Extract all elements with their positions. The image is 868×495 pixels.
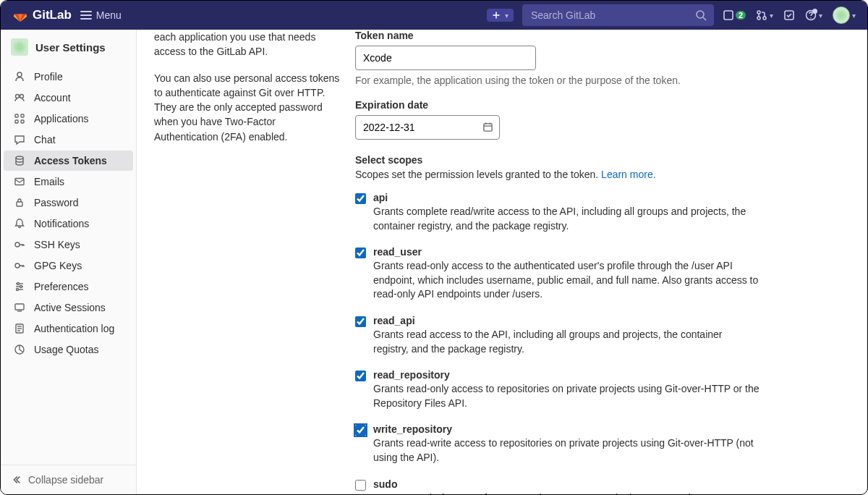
- password-icon: [14, 197, 25, 208]
- collapse-icon: [11, 475, 21, 485]
- sidebar-item-preferences[interactable]: Preferences: [4, 276, 133, 297]
- sidebar-item-ssh-keys[interactable]: SSH Keys: [4, 234, 133, 255]
- sidebar-item-label: Chat: [34, 134, 56, 145]
- account-icon: [14, 92, 25, 103]
- topbar-icons: 2 ▾ ▾ ▾: [723, 7, 856, 24]
- sidebar-header: User Settings: [1, 30, 136, 64]
- token-name-input[interactable]: [355, 46, 536, 70]
- svg-point-5: [763, 17, 766, 20]
- scope-checkbox-sudo[interactable]: [355, 480, 366, 491]
- gpgkeys-icon: [14, 260, 25, 271]
- expiration-input[interactable]: [355, 115, 500, 140]
- issues-icon: [723, 9, 734, 21]
- sidebar-item-profile[interactable]: Profile: [4, 67, 133, 87]
- sidebar-items: ProfileAccountApplicationsChatAccess Tok…: [1, 64, 136, 465]
- new-button[interactable]: ▾: [487, 9, 514, 22]
- svg-point-11: [20, 95, 24, 98]
- svg-rect-34: [484, 124, 492, 131]
- collapse-label: Collapse sidebar: [28, 474, 103, 486]
- applications-icon: [14, 113, 25, 124]
- brand-logo[interactable]: GitLab: [12, 7, 72, 23]
- chevron-down-icon: ▾: [819, 12, 822, 20]
- intro-paragraph: You can also use personal access tokens …: [154, 71, 341, 144]
- learn-more-link[interactable]: Learn more.: [601, 169, 655, 180]
- svg-point-19: [15, 242, 20, 247]
- user-menu[interactable]: ▾: [833, 7, 856, 24]
- search-input[interactable]: [522, 4, 714, 26]
- sshkeys-icon: [14, 239, 25, 250]
- avatar: [833, 7, 850, 24]
- scope-checkbox-write_repository[interactable]: [355, 425, 366, 436]
- quotas-icon: [14, 344, 25, 355]
- chat-icon: [14, 134, 25, 145]
- scopes-hint: Scopes set the permission levels granted…: [355, 169, 760, 180]
- chevron-down-icon: ▾: [852, 12, 856, 20]
- topbar: GitLab Menu ▾ 2 ▾ ▾ ▾: [1, 1, 867, 30]
- svg-point-9: [17, 72, 22, 77]
- merge-icon: [756, 9, 767, 21]
- sidebar-item-active-sessions[interactable]: Active Sessions: [4, 297, 133, 318]
- menu-button[interactable]: Menu: [80, 9, 122, 21]
- scope-desc: Grants permission to perform API actions…: [373, 492, 705, 494]
- merge-requests-button[interactable]: ▾: [756, 9, 773, 21]
- collapse-sidebar-button[interactable]: Collapse sidebar: [1, 465, 136, 494]
- todos-button[interactable]: [783, 9, 795, 21]
- preferences-icon: [14, 281, 25, 292]
- scopes-heading: Select scopes: [355, 154, 760, 166]
- sidebar-item-account[interactable]: Account: [4, 88, 133, 108]
- authlog-icon: [14, 323, 25, 334]
- sidebar-item-authentication-log[interactable]: Authentication log: [4, 318, 133, 339]
- issues-button[interactable]: 2: [723, 9, 746, 21]
- scope-checkbox-api[interactable]: [355, 193, 366, 204]
- search-icon: [695, 9, 707, 21]
- avatar: [11, 38, 28, 56]
- sidebar-item-notifications[interactable]: Notifications: [4, 213, 133, 234]
- gitlab-icon: [12, 7, 28, 23]
- hamburger-icon: [80, 11, 92, 20]
- sidebar-item-gpg-keys[interactable]: GPG Keys: [4, 255, 133, 276]
- calendar-icon[interactable]: [482, 122, 493, 132]
- sidebar-item-label: Access Tokens: [34, 155, 107, 166]
- svg-point-10: [16, 95, 20, 98]
- scope-desc: Grants read access to the API, including…: [373, 329, 723, 355]
- help-button[interactable]: ▾: [805, 9, 822, 21]
- svg-rect-27: [15, 304, 24, 310]
- sidebar-item-chat[interactable]: Chat: [4, 130, 133, 150]
- svg-point-20: [15, 263, 20, 268]
- chevron-down-icon: ▾: [770, 12, 773, 20]
- form-column: Token name For example, the application …: [355, 30, 760, 494]
- sidebar-item-label: Preferences: [34, 281, 88, 292]
- scope-desc: Grants read-only access to repositories …: [373, 383, 760, 409]
- scope-row-sudo: sudoGrants permission to perform API act…: [355, 478, 760, 494]
- scope-desc: Grants read-write access to repositories…: [373, 437, 754, 463]
- scope-checkbox-read_api[interactable]: [355, 316, 366, 327]
- svg-rect-13: [21, 114, 24, 117]
- svg-line-1: [703, 17, 706, 20]
- svg-point-3: [757, 11, 760, 14]
- scope-checkbox-read_user[interactable]: [355, 248, 366, 258]
- sidebar-item-label: Applications: [34, 113, 89, 124]
- sidebar-item-usage-quotas[interactable]: Usage Quotas: [4, 339, 133, 360]
- todos-icon: [783, 9, 795, 21]
- sidebar-title: User Settings: [35, 41, 106, 54]
- sidebar: User Settings ProfileAccountApplications…: [1, 30, 137, 494]
- sidebar-item-emails[interactable]: Emails: [4, 172, 133, 192]
- sidebar-item-access-tokens[interactable]: Access Tokens: [4, 151, 133, 171]
- sidebar-item-label: Active Sessions: [34, 302, 106, 313]
- svg-point-4: [757, 17, 760, 20]
- svg-point-0: [697, 11, 704, 18]
- scope-checkbox-read_repository[interactable]: [355, 371, 366, 381]
- sessions-icon: [14, 302, 25, 313]
- scope-row-read_repository: read_repositoryGrants read-only access t…: [355, 369, 760, 410]
- sidebar-item-label: Password: [34, 197, 78, 208]
- svg-rect-14: [15, 120, 18, 123]
- svg-rect-15: [21, 120, 24, 123]
- scope-name: sudo: [373, 478, 760, 490]
- sidebar-item-password[interactable]: Password: [4, 192, 133, 213]
- scope-desc: Grants complete read/write access to the…: [373, 206, 746, 232]
- sidebar-item-applications[interactable]: Applications: [4, 109, 133, 129]
- expiration-label: Expiration date: [355, 99, 760, 111]
- issues-count-badge: 2: [736, 11, 746, 20]
- notification-dot: [812, 9, 817, 14]
- sidebar-item-label: Emails: [34, 176, 64, 187]
